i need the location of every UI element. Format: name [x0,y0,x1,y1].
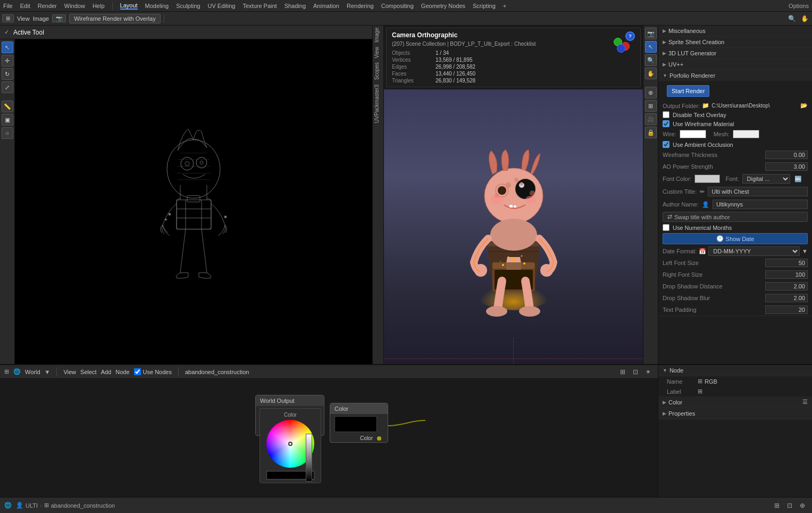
browse-folder-icon[interactable]: 📂 [800,102,808,109]
properties-section-header[interactable]: ▶ Properties [658,408,812,419]
scale-tool[interactable]: ⤢ [2,81,13,93]
node-name-value: RGB [705,378,717,385]
vtab-view[interactable]: View [373,45,383,61]
zoom-icon[interactable]: 🔍 [786,13,797,24]
font-color-swatch[interactable] [694,175,720,183]
camera-btn[interactable]: 📷 [645,28,657,39]
sprite-sheet-label: Sprite Sheet Creation [668,39,724,45]
lut-header[interactable]: ▶ 3D LUT Generator [658,48,812,59]
date-format-select[interactable]: DD-MM-YYYY [708,246,800,256]
left-font-size-input[interactable] [765,259,808,267]
misc-arrow: ▶ [663,28,666,34]
vtab-image[interactable]: Image [373,26,383,45]
author-name-input[interactable] [713,200,808,209]
custom-title-input[interactable] [708,187,808,196]
camera-view-btn[interactable]: 🎥 [645,113,657,125]
menu-animation[interactable]: Animation [313,3,339,9]
vtab-uvpackmaster[interactable]: UVPackmaster3 [373,82,383,125]
menu-render[interactable]: Render [38,3,57,9]
zoom-btn[interactable]: 🔍 [645,54,657,66]
disable-text-checkbox[interactable] [663,111,669,118]
font-pick-icon[interactable]: 🔤 [794,176,802,183]
viewport-icon[interactable]: 📷 [52,14,66,22]
breadcrumb-root[interactable]: ULTI [26,502,38,509]
menu-plus[interactable]: + [503,3,506,9]
right-font-size-input[interactable] [765,270,808,279]
colored-viewport[interactable] [384,89,643,380]
box-select[interactable]: ▣ [2,114,13,126]
text-padding-input[interactable] [765,305,808,314]
menu-window[interactable]: Window [64,3,85,9]
menu-rendering[interactable]: Rendering [347,3,374,9]
move-tool[interactable]: ✛ [2,55,13,67]
image-label[interactable]: Image [33,15,49,22]
ne-view-label[interactable]: View [63,369,76,375]
ao-power-input[interactable] [765,162,808,171]
miscellaneous-header[interactable]: ▶ Miscellaneous [658,26,812,36]
breadcrumb-child[interactable]: abandoned_construction [51,502,115,509]
grab-btn[interactable]: ✋ [645,68,657,79]
use-ao-checkbox[interactable] [663,141,669,148]
ne-select-label[interactable]: Select [80,369,97,375]
cursor-btn2[interactable]: ↖ [645,41,657,53]
ne-node-label[interactable]: Node [115,369,129,375]
use-numerical-months-checkbox[interactable] [663,224,669,231]
start-render-button[interactable]: Start Render [667,85,709,97]
wire-mesh-row: Wire: Mesh: [658,128,812,140]
ne-icon1[interactable]: ⊞ [617,367,628,377]
menu-edit[interactable]: Edit [20,3,30,9]
menu-sculpting[interactable]: Sculpting [176,3,200,9]
bottom-icon3[interactable]: ⊕ [797,500,808,511]
uvpp-header[interactable]: ▶ UV++ [658,59,812,70]
menu-compositing[interactable]: Compositing [381,3,414,9]
menu-modeling[interactable]: Modeling [145,3,169,9]
cursor-tool[interactable]: ↖ [2,42,13,53]
drop-shadow-blur-input[interactable] [765,294,808,302]
vtab-scopes[interactable]: Scopes [373,60,383,82]
wireframe-viewport[interactable]: ULTIKYNNYS | 03-JANUARY-2025 HELLO WORLD [15,39,372,380]
wireframe-thickness-input[interactable] [765,151,808,159]
color-section-header[interactable]: ▶ Color ☰ [658,396,812,408]
menu-shading[interactable]: Shading [284,3,306,9]
sprite-sheet-header[interactable]: ▶ Sprite Sheet Creation [658,37,812,47]
porfolio-header[interactable]: ▼ Porfolio Renderer [658,70,812,81]
view-label[interactable]: View [17,15,30,22]
menu-help[interactable]: Help [93,3,105,9]
viewport-settings[interactable]: ⊞ [645,100,657,112]
right-tools-strip: 📷 ↖ 🔍 ✋ ⊕ ⊞ 🎥 🔒 [643,26,658,380]
swap-title-button[interactable]: ⇄ Swap title with author [663,212,808,222]
ne-icon2[interactable]: ⊡ [630,367,641,377]
date-dropdown-icon[interactable]: ▼ [802,248,808,254]
options-btn[interactable]: Options [789,3,809,9]
menu-geometry-nodes[interactable]: Geometry Nodes [421,3,465,9]
transform-btn[interactable]: ⊕ [645,87,657,98]
color-list-icon[interactable]: ☰ [802,399,808,406]
bottom-icon1[interactable]: ⊞ [772,500,782,511]
use-nodes-checkbox[interactable] [134,368,141,375]
menu-layout[interactable]: Layout [120,2,138,10]
menu-scripting[interactable]: Scripting [473,3,496,9]
menu-uv-editing[interactable]: UV Editing [207,3,235,9]
custom-title-label: Custom Title: [663,188,697,195]
rotate-tool[interactable]: ↻ [2,68,13,80]
drop-shadow-distance-input[interactable] [765,282,808,291]
ne-icon3[interactable]: ✴ [643,367,654,377]
use-wireframe-checkbox[interactable] [663,120,669,127]
node-graph-canvas[interactable]: World Output All Surface Volume [0,379,504,497]
node-section-header[interactable]: ▼ Node [658,365,812,376]
bottom-icon2[interactable]: ⊡ [784,500,795,511]
menu-texture-paint[interactable]: Texture Paint [242,3,277,9]
wire-color-swatch[interactable] [680,130,706,138]
world-dropdown[interactable]: ▼ [45,369,51,375]
mesh-color-swatch[interactable] [733,130,759,138]
measure-tool[interactable]: 📏 [2,101,13,112]
hand-icon[interactable]: ✋ [799,13,810,24]
circle-select[interactable]: ○ [2,127,13,139]
font-select[interactable]: Digital ... [742,174,790,184]
show-date-button[interactable]: 🕐 Show Date [663,233,808,244]
menu-file[interactable]: File [3,3,13,9]
color-value-strip[interactable] [306,434,312,482]
view-btn[interactable]: ⊞ [2,14,14,22]
lock-btn[interactable]: 🔒 [645,127,657,138]
ne-add-label[interactable]: Add [101,369,112,375]
